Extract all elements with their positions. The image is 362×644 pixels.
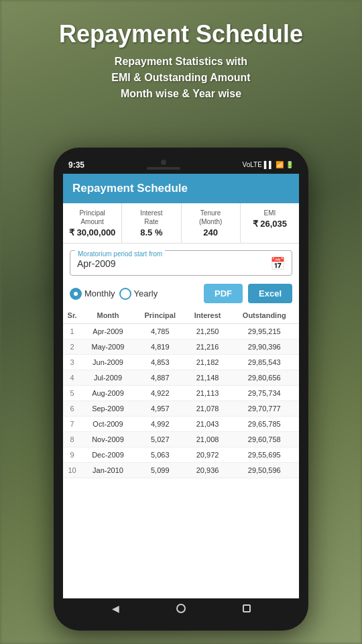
table-cell: 29,70,777 — [229, 401, 299, 417]
table-cell: 10 — [63, 463, 81, 478]
app-header: Repayment Schedule — [63, 174, 299, 203]
excel-button[interactable]: Excel — [248, 284, 292, 303]
table-cell: 2 — [63, 339, 81, 355]
col-principal: Principal — [135, 307, 186, 324]
table-cell: 4,887 — [135, 370, 186, 386]
table-cell: 29,50,596 — [229, 463, 299, 478]
moratorium-label: Moratorium period start from — [75, 250, 165, 258]
table-cell: 4,922 — [135, 386, 186, 401]
table-cell: May-2009 — [81, 339, 135, 355]
table-cell: 5,099 — [135, 463, 186, 478]
page-header: Repayment Schedule Repayment Statistics … — [0, 0, 362, 115]
emi-label: EMI — [243, 209, 296, 217]
status-time: 9:35 — [68, 160, 84, 170]
col-outstanding: Outstanding — [229, 307, 299, 324]
table-header-row: Sr. Month Principal Interest Outstanding — [63, 307, 299, 324]
table-cell: 7 — [63, 417, 81, 432]
volte-icon: VoLTE — [243, 161, 262, 168]
recents-button[interactable] — [243, 604, 251, 612]
table-row: 2May-20094,81921,21629,90,396 — [63, 339, 299, 355]
yearly-label: Yearly — [134, 288, 158, 299]
table-cell: 21,148 — [186, 370, 230, 386]
monthly-radio-circle[interactable] — [70, 288, 82, 300]
stat-principal: PrincipalAmount ₹ 30,00,000 — [63, 203, 122, 243]
table-cell: Apr-2009 — [81, 324, 135, 339]
tenure-value: 240 — [184, 227, 237, 237]
table-cell: Nov-2009 — [81, 432, 135, 447]
table-cell: 4,853 — [135, 355, 186, 370]
battery-icon: 🔋 — [286, 161, 294, 168]
monthly-label: Monthly — [84, 288, 115, 299]
table-cell: 29,60,758 — [229, 432, 299, 447]
page-subtitle: Repayment Statistics withEMI & Outstandi… — [13, 54, 349, 102]
table-cell: 4 — [63, 370, 81, 386]
table-container: Sr. Month Principal Interest Outstanding… — [63, 307, 299, 598]
table-cell: 29,65,785 — [229, 417, 299, 432]
stats-row: PrincipalAmount ₹ 30,00,000 InterestRate… — [63, 203, 299, 244]
table-cell: 21,250 — [186, 324, 230, 339]
table-cell: 5,027 — [135, 432, 186, 447]
table-cell: 8 — [63, 432, 81, 447]
table-cell: 21,216 — [186, 339, 230, 355]
table-body: 1Apr-20094,78521,25029,95,2152May-20094,… — [63, 324, 299, 478]
table-cell: 1 — [63, 324, 81, 339]
repayment-table: Sr. Month Principal Interest Outstanding… — [63, 307, 299, 478]
interest-value: 8.5 % — [125, 227, 178, 237]
table-cell: 3 — [63, 355, 81, 370]
table-cell: 29,55,695 — [229, 447, 299, 463]
monthly-radio[interactable]: Monthly — [70, 288, 115, 300]
table-cell: 4,819 — [135, 339, 186, 355]
table-cell: 21,043 — [186, 417, 230, 432]
phone-frame: 9:35 VoLTE ▌▌ 📶 🔋 Repayment Schedule Pri… — [54, 148, 308, 631]
moratorium-section: Moratorium period start from Apr-2009 📅 — [63, 244, 299, 280]
phone-top-bar: 9:35 VoLTE ▌▌ 📶 🔋 — [63, 160, 299, 174]
table-cell: Jul-2009 — [81, 370, 135, 386]
table-cell: 21,182 — [186, 355, 230, 370]
table-row: 10Jan-20105,09920,93629,50,596 — [63, 463, 299, 478]
action-row: Monthly Yearly PDF Excel — [63, 280, 299, 307]
table-row: 5Aug-20094,92221,11329,75,734 — [63, 386, 299, 401]
interest-label: InterestRate — [125, 209, 178, 226]
table-cell: Jun-2009 — [81, 355, 135, 370]
table-row: 1Apr-20094,78521,25029,95,215 — [63, 324, 299, 339]
table-cell: 4,957 — [135, 401, 186, 417]
table-row: 7Oct-20094,99221,04329,65,785 — [63, 417, 299, 432]
col-interest: Interest — [186, 307, 230, 324]
toggle-group: Monthly Yearly — [70, 288, 198, 300]
phone-bottom-nav: ◀ — [63, 598, 299, 619]
principal-label: PrincipalAmount — [66, 209, 119, 226]
col-month: Month — [81, 307, 135, 324]
app-screen: Repayment Schedule PrincipalAmount ₹ 30,… — [63, 174, 299, 598]
table-cell: 20,972 — [186, 447, 230, 463]
table-cell: 29,85,543 — [229, 355, 299, 370]
camera-notch — [147, 160, 180, 170]
yearly-radio-circle[interactable] — [119, 288, 131, 300]
calendar-icon[interactable]: 📅 — [270, 256, 285, 271]
emi-value: ₹ 26,035 — [243, 219, 296, 229]
principal-value: ₹ 30,00,000 — [66, 227, 119, 237]
table-row: 8Nov-20095,02721,00829,60,758 — [63, 432, 299, 447]
table-cell: Aug-2009 — [81, 386, 135, 401]
table-cell: 29,90,396 — [229, 339, 299, 355]
stat-emi: EMI ₹ 26,035 — [241, 203, 299, 243]
back-button[interactable]: ◀ — [112, 603, 119, 614]
status-icons: VoLTE ▌▌ 📶 🔋 — [243, 161, 294, 168]
table-cell: 5 — [63, 386, 81, 401]
signal-icon: ▌▌ — [264, 161, 274, 168]
col-sr: Sr. — [63, 307, 81, 324]
table-cell: 29,75,734 — [229, 386, 299, 401]
table-row: 3Jun-20094,85321,18229,85,543 — [63, 355, 299, 370]
table-row: 9Dec-20095,06320,97229,55,695 — [63, 447, 299, 463]
yearly-radio[interactable]: Yearly — [119, 288, 158, 300]
pdf-button[interactable]: PDF — [204, 284, 243, 303]
table-cell: 29,95,215 — [229, 324, 299, 339]
table-cell: Sep-2009 — [81, 401, 135, 417]
table-cell: 20,936 — [186, 463, 230, 478]
table-cell: Jan-2010 — [81, 463, 135, 478]
table-cell: 5,063 — [135, 447, 186, 463]
table-row: 6Sep-20094,95721,07829,70,777 — [63, 401, 299, 417]
moratorium-date: Apr-2009 — [77, 258, 116, 269]
page-title: Repayment Schedule — [13, 20, 349, 48]
table-cell: 9 — [63, 447, 81, 463]
home-button[interactable] — [176, 604, 186, 613]
